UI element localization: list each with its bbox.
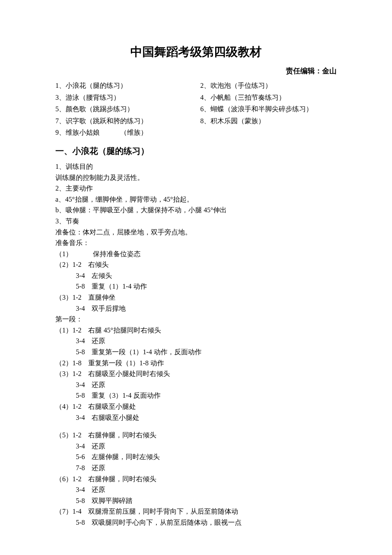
body-line: 训练腿的控制能力及灵活性。: [55, 172, 337, 183]
section-body: 1、训练目的 训练腿的控制能力及灵活性。 2、主要动作 a、45°抬腿，绷脚伸坐…: [55, 161, 337, 528]
document-title: 中国舞蹈考级第四级教材: [55, 43, 337, 62]
body-line: 5-8 双吸腿同时手心向下，从前至后随体动，眼视一点: [55, 517, 337, 528]
body-line: （4）1-2 右腿吸至小腿处: [55, 401, 337, 412]
body-line: 5-8 重复第一段（1）1-4 动作，反面动作: [55, 347, 337, 358]
toc-item: 5、颜色歌（跳踢步练习）: [55, 104, 192, 115]
toc-item: 4、小帆船（三拍节奏练习）: [200, 92, 337, 103]
body-line: 3、节奏: [55, 216, 337, 227]
body-line: b、吸伸腿：平脚吸至小腿，大腿保持不动，小腿 45°伸出: [55, 205, 337, 216]
body-line: 2、主要动作: [55, 183, 337, 194]
body-line: 7-8 还原: [55, 462, 337, 474]
toc-item: 1、小浪花（腿的练习）: [55, 80, 192, 91]
toc-item: 2、吹泡泡（手位练习）: [200, 80, 337, 91]
body-line: （3）1-2 右腿吸至小腿处同时右倾头: [55, 368, 337, 379]
body-line: 准备音乐：: [55, 237, 337, 249]
body-line: 第一段：: [55, 314, 337, 325]
toc-item: 3、游泳（腰背练习）: [55, 92, 192, 103]
blank-line: [55, 423, 337, 430]
body-line: （1） 保持准备位姿态: [55, 249, 337, 260]
body-line: 3-4 还原: [55, 441, 337, 452]
table-of-contents: 1、小浪花（腿的练习） 2、吹泡泡（手位练习） 3、游泳（腰背练习） 4、小帆船…: [55, 80, 337, 138]
body-line: （6）1-2 右腿伸腿，同时右倾头: [55, 474, 337, 485]
body-line: 3-4 还原: [55, 484, 337, 495]
body-line: 准备位：体对二点，屈膝坐地，双手旁点地。: [55, 227, 337, 238]
body-line: 3-4 还原: [55, 379, 337, 390]
body-line: 5-8 双脚平脚碎踏: [55, 495, 337, 506]
body-line: （5）1-2 右腿伸腿，同时右倾头: [55, 430, 337, 441]
body-line: （7）1-4 双腿滑至前压腿，同时手背向下，从后至前随体动: [55, 506, 337, 517]
body-line: （1）1-2 右腿 45°抬腿同时右倾头: [55, 325, 337, 336]
body-line: 5-6 左腿伸腿，同时左倾头: [55, 451, 337, 462]
body-line: 1、训练目的: [55, 161, 337, 172]
body-line: 3-4 右腿吸至小腿处: [55, 412, 337, 423]
toc-item: 6、蝴蝶（波浪手和半脚尖碎步练习）: [200, 104, 337, 115]
body-line: 3-4 双手后撑地: [55, 303, 337, 314]
toc-item: 8、积木乐园（蒙族）: [200, 116, 337, 127]
section-heading: 一、小浪花（腿的练习）: [55, 144, 337, 158]
body-line: 3-4 左倾头: [55, 270, 337, 281]
body-line: a、45°抬腿，绷脚伸坐，脚背带动，45°抬起。: [55, 194, 337, 205]
body-line: 3-4 还原: [55, 335, 337, 347]
body-line: 5-8 重复（1）1-4 动作: [55, 281, 337, 292]
body-line: （2）1-8 重复第一段（1）1-8 动作: [55, 358, 337, 369]
body-line: （2）1-2 右倾头: [55, 259, 337, 270]
toc-item: 7、识字歌（跳跃和胯的练习）: [55, 116, 192, 127]
body-line: 5-8 重复（3）1-4 反面动作: [55, 390, 337, 401]
toc-item: 9、维族小姑娘 （维族）: [55, 127, 337, 138]
body-line: （3）1-2 直腿伸坐: [55, 292, 337, 303]
editor-line: 责任编辑：金山: [55, 65, 337, 77]
